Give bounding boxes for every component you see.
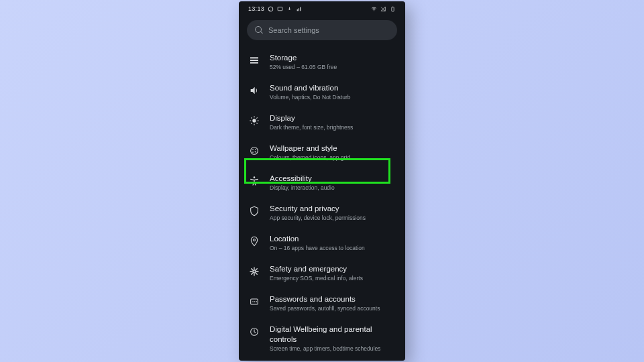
safety-icon [248,265,260,278]
item-title: Storage [270,53,396,63]
settings-item-accessibility[interactable]: AccessibilityDisplay, interaction, audio [239,168,405,198]
item-sub: Emergency SOS, medical info, alerts [270,275,396,282]
svg-rect-3 [299,8,299,11]
svg-line-17 [251,117,252,118]
item-sub: Saved passwords, autofill, synced accoun… [270,305,396,312]
svg-line-6 [381,7,385,11]
item-sub: Dark theme, font size, brightness [270,124,396,131]
signal-icon [380,6,386,12]
settings-list: Storage52% used – 61.05 GB free Sound an… [239,47,405,359]
svg-line-33 [252,272,254,274]
sound-icon [248,84,260,97]
accessibility-icon [248,175,260,187]
item-title: Wallpaper and style [270,143,396,154]
phone-frame: 13:13 Search settings Storage52% used – … [239,1,405,361]
svg-rect-1 [278,7,282,10]
settings-item-wellbeing[interactable]: Digital Wellbeing and parental controlsS… [239,318,405,359]
svg-point-22 [252,149,254,150]
svg-point-5 [374,10,374,11]
bars-icon [296,6,302,12]
settings-item-wallpaper[interactable]: Wallpaper and styleColours, themed icons… [239,137,405,168]
storage-icon [248,54,260,66]
svg-rect-8 [392,6,393,7]
search-settings[interactable]: Search settings [247,20,397,40]
display-icon [248,115,260,127]
security-icon [248,205,260,217]
wifi-icon [371,6,377,12]
item-title: Digital Wellbeing and parental controls [270,324,396,345]
svg-line-34 [255,269,257,271]
cast-icon [277,6,283,12]
item-sub: Display, interaction, audio [270,184,396,192]
location-icon [248,235,260,247]
status-bar: 13:13 [239,1,405,16]
item-sub: App security, device lock, permissions [270,215,396,222]
update-icon [286,6,292,12]
item-title: Sound and vibration [270,83,396,93]
settings-item-security[interactable]: Security and privacyApp security, device… [239,198,405,228]
settings-item-storage[interactable]: Storage52% used – 61.05 GB free [239,47,405,77]
svg-point-0 [268,7,273,11]
svg-point-21 [251,147,258,155]
svg-line-19 [251,123,252,123]
item-sub: On – 16 apps have access to location [270,245,396,252]
settings-item-sound[interactable]: Sound and vibrationVolume, haptics, Do N… [239,77,405,107]
svg-point-24 [252,152,254,153]
svg-line-20 [256,117,257,118]
svg-line-18 [256,123,257,123]
wellbeing-icon [248,326,260,338]
search-icon [255,26,263,34]
item-title: Display [270,113,396,123]
search-placeholder: Search settings [268,26,319,34]
svg-point-36 [252,301,254,302]
svg-rect-9 [250,57,258,58]
svg-point-12 [252,119,256,122]
settings-item-location[interactable]: LocationOn – 16 apps have access to loca… [239,228,405,258]
passwords-icon [248,296,260,308]
svg-line-32 [255,272,257,274]
item-sub: 52% used – 61.05 GB free [270,64,396,71]
item-title: Location [270,234,396,244]
settings-item-passwords[interactable]: Passwords and accountsSaved passwords, a… [239,288,405,318]
svg-rect-7 [392,7,394,11]
svg-point-38 [256,301,258,302]
item-title: Security and privacy [270,204,396,214]
svg-point-37 [254,301,256,302]
svg-point-25 [254,176,256,178]
item-title: Accessibility [270,174,396,184]
svg-rect-10 [250,60,258,61]
svg-rect-4 [300,7,301,11]
svg-rect-2 [297,9,298,11]
svg-point-23 [255,149,256,150]
item-title: Passwords and accounts [270,294,396,304]
whatsapp-icon [268,6,274,12]
svg-point-26 [253,239,255,241]
status-time: 13:13 [248,5,264,12]
battery-icon [390,6,396,12]
settings-item-display[interactable]: DisplayDark theme, font size, brightness [239,107,405,137]
item-sub: Colours, themed icons, app grid [270,154,396,162]
wallpaper-icon [248,145,260,157]
svg-rect-11 [250,62,258,64]
item-title: Safety and emergency [270,264,396,274]
settings-item-safety[interactable]: Safety and emergencyEmergency SOS, medic… [239,258,405,288]
item-sub: Volume, haptics, Do Not Disturb [270,94,396,101]
item-sub: Screen time, app timers, bedtime schedul… [270,345,396,353]
svg-line-31 [252,269,254,271]
